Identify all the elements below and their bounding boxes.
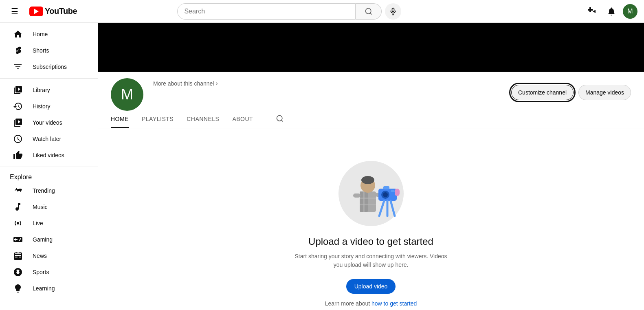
header-left: ☰ YouTube (7, 3, 77, 20)
create-icon (587, 7, 597, 16)
sidebar-item-label: History (33, 103, 51, 110)
how-to-get-started-link[interactable]: how to get started (371, 300, 417, 307)
sidebar-item-live[interactable]: Live (3, 215, 95, 231)
sidebar-item-trending[interactable]: Trending (3, 182, 95, 199)
sidebar-item-label: Shorts (33, 47, 49, 54)
svg-rect-26 (395, 189, 400, 196)
sidebar-item-label: Watch later (33, 136, 61, 142)
sidebar-item-liked-videos[interactable]: Liked videos (3, 147, 95, 163)
svg-rect-11 (363, 191, 365, 212)
sidebar-item-label: News (33, 253, 47, 259)
sidebar-item-news[interactable]: News (3, 248, 95, 264)
youtube-logo[interactable]: YouTube (29, 7, 77, 16)
sidebar-item-home[interactable]: Home (3, 26, 95, 42)
youtube-red-icon (29, 7, 43, 16)
search-input[interactable] (184, 8, 349, 15)
sidebar-divider-1 (0, 78, 98, 79)
create-button[interactable] (584, 3, 600, 20)
sidebar-item-label: Home (33, 31, 48, 37)
header-center (159, 3, 420, 20)
svg-rect-21 (383, 186, 389, 189)
bell-icon (607, 7, 616, 16)
svg-rect-12 (360, 198, 376, 199)
customize-channel-button[interactable]: Customize channel (511, 85, 574, 100)
channel-avatar-letter: M (121, 86, 133, 103)
shorts-icon (13, 46, 23, 55)
manage-label: Manage videos (585, 89, 624, 96)
live-icon (13, 218, 23, 228)
trending-icon (13, 186, 23, 196)
manage-videos-button[interactable]: Manage videos (578, 85, 631, 100)
learning-icon (13, 284, 23, 293)
sidebar: Home Shorts Subscriptions Library Histor… (0, 23, 98, 310)
youtube-wordmark: YouTube (45, 7, 77, 16)
sidebar-item-subscriptions[interactable]: Subscriptions (3, 59, 95, 75)
news-icon (13, 251, 23, 261)
sidebar-item-shorts[interactable]: Shorts (3, 42, 95, 59)
svg-point-5 (17, 222, 19, 224)
tab-playlists[interactable]: PLAYLISTS (142, 111, 174, 128)
channel-actions: Customize channel Manage videos (511, 85, 631, 100)
sidebar-item-sports[interactable]: Sports (3, 264, 95, 280)
tab-about[interactable]: ABOUT (232, 111, 253, 128)
empty-state-area: Upload a video to get started Start shar… (98, 128, 644, 310)
channel-info-row: M More about this channel › Customize ch… (98, 72, 644, 111)
gaming-icon (13, 235, 23, 244)
menu-button[interactable]: ☰ (7, 3, 23, 20)
user-avatar-button[interactable]: M (623, 4, 637, 19)
main-content: M More about this channel › Customize ch… (98, 23, 644, 310)
svg-rect-2 (392, 8, 394, 11)
header-right: M (584, 3, 637, 20)
youtube-play-triangle (34, 9, 39, 14)
mic-icon (389, 7, 397, 15)
history-icon (13, 101, 23, 111)
upload-title: Upload a video to get started (308, 236, 433, 247)
header: ☰ YouTube (0, 0, 644, 23)
sidebar-item-gaming[interactable]: Gaming (3, 231, 95, 248)
customize-label: Customize channel (518, 89, 567, 96)
sidebar-item-music[interactable]: Music (3, 199, 95, 215)
sidebar-item-learning[interactable]: Learning (3, 280, 95, 297)
sidebar-item-label: Sports (33, 269, 49, 275)
sidebar-item-label: Liked videos (33, 152, 64, 158)
search-container (177, 3, 401, 20)
more-about-text: More about this channel (153, 80, 214, 87)
sidebar-item-label: Music (33, 204, 48, 210)
voice-search-button[interactable] (385, 3, 401, 20)
sidebar-item-library[interactable]: Library (3, 82, 95, 98)
svg-point-15 (361, 176, 374, 184)
library-icon (13, 85, 23, 95)
tab-home[interactable]: HOME (111, 111, 129, 128)
svg-line-7 (281, 120, 283, 121)
sidebar-item-label: Live (33, 220, 43, 226)
search-button[interactable] (356, 3, 382, 20)
sidebar-item-history[interactable]: History (3, 98, 95, 114)
sidebar-item-watch-later[interactable]: Watch later (3, 131, 95, 147)
channel-banner (98, 23, 644, 72)
sports-icon (13, 267, 23, 277)
music-icon (13, 202, 23, 212)
tab-channels[interactable]: CHANNELS (187, 111, 219, 128)
svg-rect-22 (391, 190, 395, 192)
upload-btn-label: Upload video (354, 283, 388, 290)
search-icon (276, 114, 284, 123)
channel-search-button[interactable] (273, 111, 287, 128)
svg-point-20 (383, 192, 388, 197)
svg-line-1 (370, 13, 372, 14)
channel-details: More about this channel › (153, 78, 218, 87)
more-about-link[interactable]: More about this channel › (153, 80, 218, 87)
sidebar-divider-2 (0, 167, 98, 167)
sidebar-item-your-videos[interactable]: Your videos (3, 114, 95, 131)
notifications-button[interactable] (603, 3, 620, 20)
sidebar-item-label: Subscriptions (33, 64, 67, 70)
sidebar-item-label: Your videos (33, 119, 62, 126)
upload-video-button[interactable]: Upload video (346, 279, 396, 294)
learn-more-prefix: Learn more about (325, 300, 371, 307)
sidebar-item-label: Trending (33, 187, 55, 194)
upload-subtitle: Start sharing your story and connecting … (290, 252, 453, 269)
channel-tabs: HOME PLAYLISTS CHANNELS ABOUT (98, 111, 644, 128)
sidebar-item-label: Gaming (33, 236, 53, 243)
sidebar-item-label: Library (33, 87, 50, 93)
search-icon (365, 7, 373, 15)
liked-videos-icon (13, 150, 23, 160)
